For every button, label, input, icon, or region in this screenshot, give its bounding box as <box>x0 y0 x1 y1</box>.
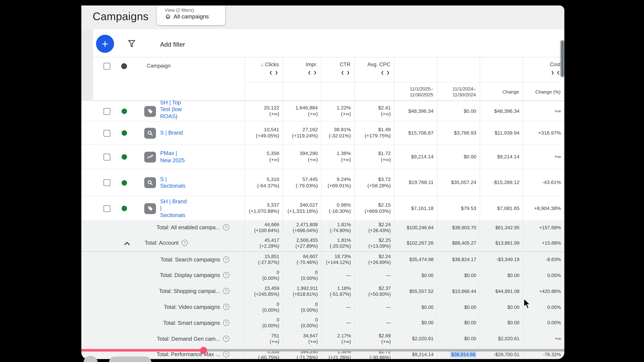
change-cell: -$3,349.19 <box>480 252 523 267</box>
clicks-cell: 23,459(+245.85%) <box>244 283 283 299</box>
shopping-tag-icon <box>144 203 156 214</box>
total-table-row: Total: Shopping campai...?23,459(+245.85… <box>81 283 564 299</box>
date-range-previous-header: 11/1/2024–11/30/2024 <box>437 82 480 101</box>
help-icon[interactable]: ? <box>182 240 188 246</box>
cost-2024-cell: $3,766.93 <box>437 121 480 144</box>
help-icon[interactable]: ? <box>223 224 230 231</box>
campaign-name-link[interactable]: PMax |New 2025 <box>160 150 185 164</box>
campaign-name-link[interactable]: SH | Brand|Sectionals <box>160 198 187 219</box>
change-cell: $0.00 <box>480 267 523 283</box>
cpc-cell: $1.72(+∞) <box>354 145 394 169</box>
help-icon[interactable]: ? <box>223 351 230 358</box>
cost-2024-cell: $88,405.27 <box>437 234 480 252</box>
performance-max-icon <box>144 151 156 162</box>
video-progress-knob[interactable] <box>200 347 207 354</box>
ctr-cell: 1.36%(+∞) <box>321 145 354 169</box>
change-pct-cell: +∞ <box>523 145 564 169</box>
cost-2024-cell: $0.00 <box>437 299 480 315</box>
total-row-label: Total: Search campaigns <box>160 256 220 263</box>
video-frame: Campaigns + Add filter Campaign ↓ Clicks… <box>0 0 644 362</box>
cost-2025-cell: $102,267.26 <box>394 234 437 252</box>
help-icon[interactable]: ? <box>223 256 230 263</box>
total-table-row: Total: Account?45,417(+2.29%)2,506,455(+… <box>81 234 564 252</box>
help-icon[interactable]: ? <box>223 304 230 310</box>
clicks-cell: 10,541(+49.05%) <box>244 121 283 144</box>
total-label-cell: Total: Account? <box>93 234 244 252</box>
ctr-cell: — <box>321 315 354 330</box>
column-compare-toggle-icon[interactable]: ❮ ❯ <box>308 70 318 75</box>
cost-2024-cell: $0.00 <box>437 101 480 121</box>
impr-cell: 394,290(+∞) <box>282 145 321 169</box>
column-compare-toggle-icon[interactable]: ❮ ❯ <box>269 70 279 75</box>
total-row-label: Total: Smart campaigns <box>163 320 220 326</box>
clicks-column-header[interactable]: ↓ Clicks ❮ ❯ <box>244 57 283 82</box>
total-label-cell: Total: Smart campaigns? <box>93 315 244 330</box>
change-cell: $7,081.65 <box>480 196 523 220</box>
status-enabled-icon <box>122 180 127 186</box>
help-icon[interactable]: ? <box>223 335 230 342</box>
ads-content-card: Campaigns + Add filter Campaign ↓ Clicks… <box>81 5 564 359</box>
clicks-cell: 44,666(+100.64%) <box>244 221 283 234</box>
cost-2025-cell: $48,396.34 <box>394 101 437 121</box>
help-icon[interactable]: ? <box>223 272 230 278</box>
cost-2024-cell: $0.00 <box>437 145 480 169</box>
cost-column-header[interactable]: Cost ❯ ❮ <box>480 57 564 82</box>
column-compare-toggle-icon[interactable]: ❮ ❯ <box>381 70 390 75</box>
column-compare-toggle-icon[interactable]: ❮ ❯ <box>341 70 350 75</box>
campaign-table-row: PMax |New 20255,356(+∞)394,290(+∞)1.36%(… <box>81 145 564 169</box>
change-cell: $61,342.95 <box>480 221 523 234</box>
row-checkbox[interactable] <box>104 179 110 186</box>
help-icon[interactable]: ? <box>223 320 230 326</box>
campaign-name-link[interactable]: SH | TopTest (lowROAS) <box>160 99 182 120</box>
impr-cell: 34,647(+∞) <box>282 331 321 347</box>
cost-2024-cell: $0.00 <box>437 315 480 330</box>
ctr-column-header[interactable]: CTR ❮ ❯ <box>321 57 354 82</box>
campaign-name-link[interactable]: S | Brand <box>160 130 183 136</box>
change-cell: $0.00 <box>480 299 523 315</box>
change-pct-cell: 0.00% <box>523 267 564 283</box>
ctr-cell: 1.18%(-51.87%) <box>321 283 354 299</box>
add-filter-button[interactable]: Add filter <box>160 41 185 48</box>
cost-2024-cell: $10,666.44 <box>437 283 480 299</box>
add-campaign-button[interactable]: + <box>96 35 114 53</box>
change-cell: $11,939.94 <box>480 121 523 144</box>
cost-2025-cell: $100,246.64 <box>394 221 437 234</box>
clicks-cell: 20,122(+∞) <box>244 101 283 121</box>
row-checkbox[interactable] <box>104 130 110 136</box>
row-checkbox[interactable] <box>104 153 110 160</box>
change-pct-cell: +157.68% <box>523 221 564 234</box>
ctr-cell: 18.73%(+144.12%) <box>321 252 354 267</box>
cost-2025-cell: $19,768.11 <box>394 169 437 196</box>
help-icon[interactable]: ? <box>223 288 230 294</box>
column-collapse-toggle-icon[interactable]: ❯ ❮ <box>551 70 561 75</box>
change-cell: $9,214.14 <box>480 145 523 169</box>
ctr-cell: 1.36%(+21.26%) <box>321 347 354 359</box>
status-enabled-icon <box>122 206 127 211</box>
cpc-cell: $2.25(+13.09%) <box>354 234 394 252</box>
change-pct-cell: 0.00% <box>523 315 564 330</box>
cost-2025-cell: $0.00 <box>394 315 437 330</box>
filter-funnel-icon[interactable] <box>127 39 136 49</box>
cost-2024-cell: $38,824.17 <box>437 252 480 267</box>
cpc-cell: $2.24(+28.43%) <box>354 221 394 234</box>
vertical-scrollbar-thumb[interactable] <box>561 40 564 77</box>
view-filter-selector[interactable]: View (2 filters) All campaigns <box>157 5 225 25</box>
impressions-column-header[interactable]: Impr. ❮ ❯ <box>282 57 321 82</box>
change-header: Change <box>480 82 523 101</box>
status-enabled-icon <box>122 130 127 136</box>
sort-descending-icon: ↓ <box>261 62 264 67</box>
ctr-cell: 1.81%(-74.80%) <box>321 221 354 234</box>
avg-cpc-column-header[interactable]: Avg. CPC ❮ ❯ <box>354 57 394 82</box>
player-control-pill[interactable] <box>109 357 152 362</box>
campaign-name-link[interactable]: S |Sectionals <box>160 176 185 190</box>
clicks-cell: 15,851(-27.87%) <box>244 252 283 267</box>
clicks-cell: 3,337(+1,070.88%) <box>244 196 283 220</box>
ctr-cell: 9.24%(+69.91%) <box>321 169 354 196</box>
row-checkbox[interactable] <box>104 108 110 115</box>
change-cell: $44,891.08 <box>480 283 523 299</box>
row-checkbox[interactable] <box>104 205 110 212</box>
home-icon <box>165 13 171 20</box>
letterbox-top <box>0 0 644 5</box>
cost-2025-cell: $9,214.14 <box>394 145 437 169</box>
select-all-checkbox[interactable] <box>104 63 110 69</box>
